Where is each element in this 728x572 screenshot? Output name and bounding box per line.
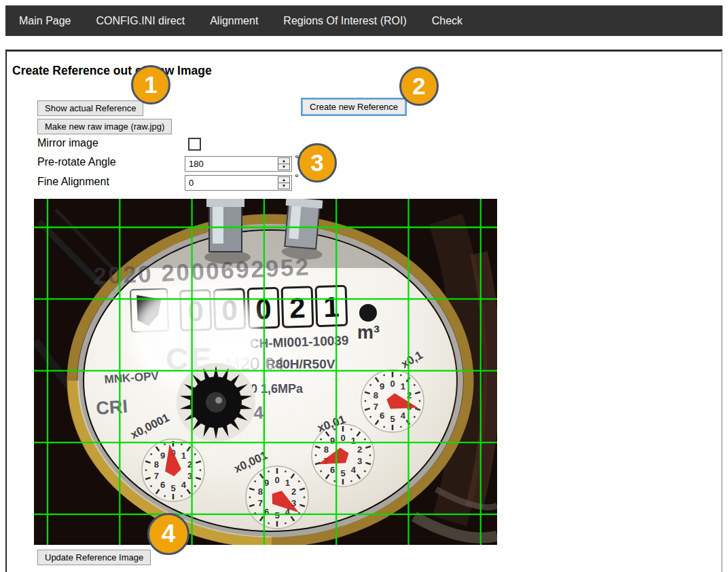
reference-image: 2020 2000692952 0 0 0 2 1 m³ CE M20 04 C… bbox=[34, 199, 497, 545]
nav-item-main-page[interactable]: Main Page bbox=[19, 15, 71, 27]
dial-digit: 6 bbox=[160, 480, 165, 490]
content-panel: Create Reference out of Raw Image Show a… bbox=[5, 50, 723, 572]
dial-digit: 4 bbox=[181, 480, 187, 490]
top-nav: Main Page CONFIG.INI direct Alignment Re… bbox=[5, 5, 723, 36]
mirror-image-checkbox[interactable] bbox=[188, 138, 201, 151]
fine-alignment-input[interactable] bbox=[185, 176, 277, 190]
pre-rotate-angle-input-wrap: ▲ ▼ bbox=[185, 156, 292, 172]
mirror-image-label: Mirror image bbox=[37, 137, 98, 149]
dial-digit: 6 bbox=[380, 411, 384, 421]
spinner-down-button[interactable]: ▼ bbox=[278, 183, 289, 189]
dial-digit: 8 bbox=[154, 459, 159, 470]
dial-digit: 1 bbox=[285, 478, 290, 488]
dial-digit: 0 bbox=[390, 379, 395, 389]
counter-digit: 2 bbox=[289, 292, 306, 324]
dial-digit: 8 bbox=[324, 444, 329, 455]
create-new-reference-button[interactable]: Create new Reference bbox=[302, 99, 405, 115]
annotation-circle-1: 1 bbox=[131, 65, 170, 104]
dial-digit: 7 bbox=[154, 471, 159, 481]
annotation-circle-4: 4 bbox=[147, 513, 189, 555]
dial-digit: 7 bbox=[374, 402, 378, 412]
dial-digit: 9 bbox=[160, 451, 165, 461]
dial-digit: 0 bbox=[274, 475, 279, 485]
dial-digit: 4 bbox=[401, 411, 406, 421]
nav-item-roi[interactable]: Regions Of Interest (ROI) bbox=[283, 15, 406, 27]
spinner-up-button[interactable]: ▲ bbox=[278, 158, 289, 164]
dial-digit: 5 bbox=[340, 468, 345, 478]
make-new-raw-image-button[interactable]: Make new raw image (raw.jpg) bbox=[37, 119, 172, 134]
dial-digit: 4 bbox=[351, 465, 357, 475]
dial-digit: 8 bbox=[374, 390, 378, 400]
pre-rotate-angle-input[interactable] bbox=[185, 157, 277, 171]
dial-digit: 1 bbox=[351, 436, 356, 446]
fine-alignment-label: Fine Alignment bbox=[37, 176, 109, 188]
spinner-down-button[interactable]: ▼ bbox=[278, 164, 289, 170]
nav-item-alignment[interactable]: Alignment bbox=[210, 15, 258, 27]
nav-item-config-ini[interactable]: CONFIG.INI direct bbox=[96, 15, 185, 27]
marking-type: CRI bbox=[95, 396, 128, 419]
dial-digit: 5 bbox=[274, 510, 279, 520]
turbine-star-wheel bbox=[177, 363, 255, 442]
nav-item-check[interactable]: Check bbox=[432, 15, 462, 27]
dial-digit: 9 bbox=[330, 436, 335, 446]
update-reference-image-button[interactable]: Update Reference Image bbox=[37, 550, 151, 565]
page: { "nav": { "items": [ {"label": "Main Pa… bbox=[0, 0, 728, 572]
dial-digit: 1 bbox=[401, 381, 405, 392]
meter-dot bbox=[359, 304, 377, 322]
dial-digit: 9 bbox=[380, 381, 384, 392]
dial-digit: 8 bbox=[258, 487, 263, 497]
dial-digit: 6 bbox=[264, 507, 269, 517]
dial-digit: 0 bbox=[340, 433, 345, 443]
fine-alignment-input-wrap: ▲ ▼ bbox=[185, 175, 292, 191]
dial-digit: 7 bbox=[258, 498, 263, 508]
annotation-circle-2: 2 bbox=[399, 66, 439, 106]
dial-digit: 2 bbox=[407, 390, 412, 400]
show-actual-reference-button[interactable]: Show actual Reference bbox=[37, 100, 143, 116]
counter-digit: 1 bbox=[323, 291, 340, 324]
annotation-circle-3: 3 bbox=[297, 143, 337, 183]
pre-rotate-spinner: ▲ ▼ bbox=[278, 157, 290, 170]
dial-digit: 2 bbox=[357, 444, 362, 455]
meter-unit: m³ bbox=[357, 322, 380, 343]
dial-digit: 5 bbox=[390, 414, 395, 424]
dial-digit: 6 bbox=[330, 465, 335, 475]
fine-alignment-degree-unit: ° bbox=[295, 172, 299, 183]
page-title: Create Reference out of Raw Image bbox=[12, 64, 212, 78]
dial-digit: 3 bbox=[357, 456, 362, 466]
spinner-up-button[interactable]: ▲ bbox=[278, 177, 289, 183]
dial-digit: 1 bbox=[181, 451, 186, 461]
dial-digit: 9 bbox=[264, 478, 269, 488]
pre-rotate-angle-label: Pre-rotate Angle bbox=[37, 156, 116, 168]
dial-digit: 5 bbox=[170, 483, 175, 493]
fine-alignment-spinner: ▲ ▼ bbox=[278, 176, 290, 189]
dial-digit: 2 bbox=[291, 487, 296, 497]
